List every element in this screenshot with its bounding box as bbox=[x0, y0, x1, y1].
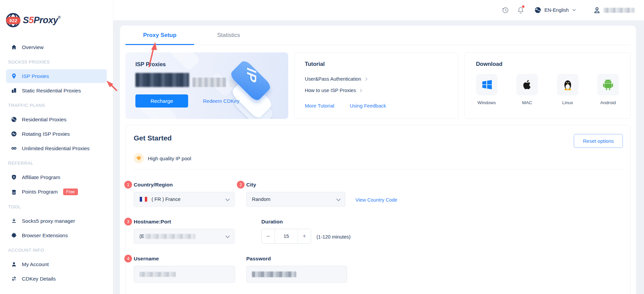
using-feedback-link[interactable]: Using Feedback bbox=[350, 103, 386, 109]
sidebar-item-rotating-isp-proxies[interactable]: Rotating ISP Proxies bbox=[6, 127, 107, 141]
language-selector[interactable]: EN-English bbox=[534, 6, 577, 14]
hostname-prefix: (E bbox=[139, 234, 144, 239]
city-select[interactable]: Random bbox=[246, 192, 345, 207]
tutorial-link-how-to-use-isp-proxies[interactable]: How to use ISP Proxies bbox=[305, 85, 447, 96]
puzzle-icon bbox=[11, 232, 17, 239]
diamond-icon bbox=[134, 153, 144, 163]
history-icon[interactable] bbox=[501, 6, 509, 14]
building-icon bbox=[11, 87, 17, 94]
tutorial-card: Tutorial User&Pass AuthenticationHow to … bbox=[294, 52, 458, 119]
main-area: Proxy Setup Statistics ISP Proxies Recha… bbox=[113, 20, 644, 294]
content-container: Proxy Setup Statistics ISP Proxies Recha… bbox=[120, 26, 636, 294]
summary-cards-row: ISP Proxies Recharge Redeem CDKey IP bbox=[125, 52, 631, 119]
sidebar-section-traffic-plans: TRAFFIC PLANS bbox=[0, 98, 113, 112]
tutorial-link-label: User&Pass Authentication bbox=[305, 76, 361, 82]
password-input[interactable] bbox=[246, 266, 347, 283]
globe-icon bbox=[11, 116, 17, 123]
sidebar-item-points-program[interactable]: Points ProgramFree bbox=[6, 185, 107, 199]
notifications-bell-icon[interactable] bbox=[517, 6, 525, 14]
chevron-down-icon bbox=[225, 197, 230, 201]
download-grid: WindowsMACLinuxAndroid bbox=[476, 74, 619, 105]
duration-value[interactable]: 15 bbox=[274, 229, 298, 243]
sidebar-item-overview[interactable]: Overview bbox=[6, 40, 107, 54]
sidebar-item-browser-extensions[interactable]: Browser Extensions bbox=[6, 228, 107, 242]
download-card: Download WindowsMACLinuxAndroid bbox=[464, 52, 631, 119]
sidebar-item-label: CDKey Details bbox=[22, 276, 56, 282]
apple-icon bbox=[516, 74, 538, 95]
download-linux[interactable]: Linux bbox=[557, 74, 578, 105]
chevron-down-icon bbox=[336, 197, 341, 201]
language-label: EN-English bbox=[544, 7, 569, 13]
balance-redacted bbox=[135, 73, 189, 87]
coins-icon bbox=[11, 189, 17, 195]
sidebar-item-label: Overview bbox=[22, 44, 44, 50]
isp-proxies-card: ISP Proxies Recharge Redeem CDKey IP bbox=[125, 52, 288, 119]
country-value: ( FR ) France bbox=[152, 197, 180, 202]
sidebar-item-isp-proxies[interactable]: ISP Proxies bbox=[6, 69, 107, 83]
city-value: Random bbox=[252, 197, 270, 202]
sidebar-item-label: Unlimited Residential Proxies bbox=[22, 145, 90, 152]
download-windows[interactable]: Windows bbox=[476, 74, 498, 105]
country-select[interactable]: ( FR ) France bbox=[134, 192, 234, 207]
password-label: Password bbox=[246, 256, 347, 262]
tutorial-card-title: Tutorial bbox=[305, 61, 447, 67]
hostname-select[interactable]: (E bbox=[134, 229, 234, 244]
android-icon bbox=[597, 74, 619, 95]
sidebar-item-affiliate-program[interactable]: Affiliate Program bbox=[6, 170, 107, 184]
app-logo[interactable]: 922 S5Proxy® bbox=[0, 11, 113, 29]
download-platform-label: Windows bbox=[476, 100, 498, 105]
sidebar-item-socks5-proxy-manager[interactable]: Socks5 proxy manager bbox=[6, 214, 107, 228]
activity-icon bbox=[11, 131, 17, 137]
sidebar-item-label: My Account bbox=[22, 261, 49, 267]
logo-text: S5Proxy® bbox=[23, 15, 60, 26]
free-badge: Free bbox=[63, 188, 78, 195]
duration-minus-button[interactable]: − bbox=[262, 229, 274, 243]
username-redacted bbox=[604, 8, 635, 13]
sidebar-item-label: Rotating ISP Proxies bbox=[22, 131, 70, 137]
topbar: EN-English bbox=[113, 0, 644, 20]
ip-illustration: IP bbox=[225, 59, 282, 116]
sidebar-item-unlimited-residential-proxies[interactable]: Unlimited Residential Proxies bbox=[6, 141, 107, 155]
duration-stepper: − 15 + bbox=[261, 229, 311, 244]
sidebar-item-label: Affiliate Program bbox=[22, 174, 60, 180]
get-started-title: Get Started bbox=[134, 134, 172, 142]
download-mac[interactable]: MAC bbox=[516, 74, 538, 105]
more-tutorial-link[interactable]: More Tutorial bbox=[305, 103, 334, 109]
download-android[interactable]: Android bbox=[597, 74, 619, 105]
sidebar-item-static-residential-proxies[interactable]: Static Residential Proxies bbox=[6, 84, 107, 97]
chevron-down-icon bbox=[225, 234, 230, 238]
reset-options-button[interactable]: Reset options bbox=[574, 134, 623, 148]
sidebar-item-residential-proxies[interactable]: Residential Proxies bbox=[6, 113, 107, 126]
infinity-icon bbox=[11, 145, 17, 152]
download-platform-label: Linux bbox=[557, 100, 578, 105]
chevron-right-icon bbox=[359, 89, 362, 92]
view-country-code-link[interactable]: View Country Code bbox=[355, 197, 397, 203]
sidebar: 922 S5Proxy® OverviewSOCKS5 PROXIESISP P… bbox=[0, 0, 113, 294]
step-badge-2: 2 bbox=[237, 181, 245, 188]
redeem-cdkey-link[interactable]: Redeem CDKey bbox=[203, 98, 239, 104]
language-globe-icon bbox=[534, 6, 542, 14]
city-label: City bbox=[246, 182, 345, 188]
user-icon bbox=[11, 261, 17, 267]
step-badge-4: 4 bbox=[124, 255, 132, 262]
recharge-button[interactable]: Recharge bbox=[135, 94, 188, 108]
sidebar-item-cdkey-details[interactable]: CDKey Details bbox=[6, 272, 107, 286]
username-input[interactable] bbox=[134, 266, 235, 283]
sidebar-item-label: Static Residential Proxies bbox=[22, 88, 81, 94]
tutorial-link-user-pass-authentication[interactable]: User&Pass Authentication bbox=[305, 73, 447, 85]
tutorial-link-label: How to use ISP Proxies bbox=[305, 88, 356, 93]
duration-label: Duration bbox=[261, 219, 311, 225]
tab-proxy-setup[interactable]: Proxy Setup bbox=[125, 26, 194, 45]
country-label: Country/Region bbox=[134, 182, 234, 188]
sidebar-item-label: Residential Proxies bbox=[22, 117, 67, 123]
tutorial-links: User&Pass AuthenticationHow to use ISP P… bbox=[305, 73, 447, 96]
tab-statistics[interactable]: Statistics bbox=[194, 26, 263, 45]
account-menu[interactable] bbox=[593, 6, 635, 14]
sidebar-section-account-info: ACCOUNT INFO bbox=[0, 243, 113, 257]
username-label: Username bbox=[134, 256, 235, 262]
duration-hint: (1-120 minutes) bbox=[316, 234, 351, 240]
sidebar-section-socks5-proxies: SOCKS5 PROXIES bbox=[0, 55, 113, 69]
sidebar-item-my-account[interactable]: My Account bbox=[6, 257, 107, 271]
duration-plus-button[interactable]: + bbox=[298, 229, 311, 243]
download-card-title: Download bbox=[476, 61, 619, 67]
